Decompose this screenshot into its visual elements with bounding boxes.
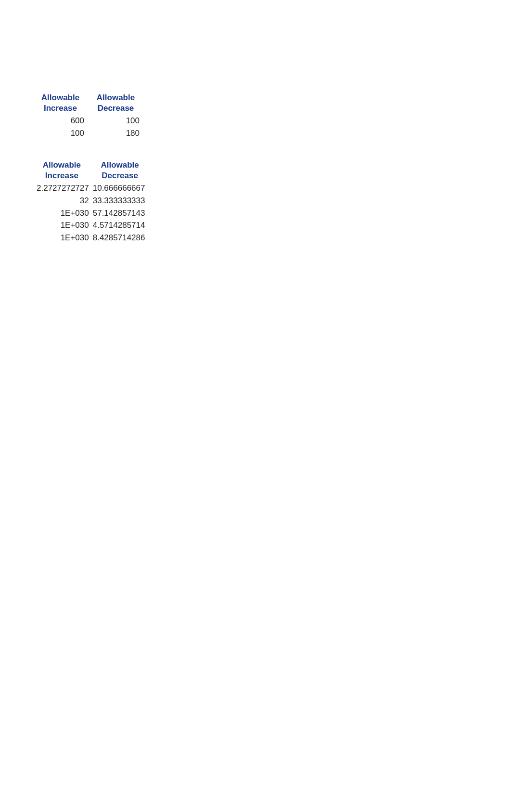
table-row: 2.2727272727 10.666666667 bbox=[33, 182, 149, 195]
table-1: Allowable Increase Allowable Decrease 60… bbox=[33, 92, 149, 140]
header-text: Decrease bbox=[98, 104, 134, 113]
header-text: Increase bbox=[44, 104, 77, 113]
cell-increase: 1E+030 bbox=[33, 219, 91, 232]
table-row: 1E+030 8.4285714286 bbox=[33, 232, 149, 244]
header-text: Allowable bbox=[43, 160, 81, 170]
cell-decrease: 180 bbox=[88, 127, 143, 140]
cell-decrease: 10.666666667 bbox=[91, 182, 149, 195]
table-row: 32 33.333333333 bbox=[33, 195, 149, 207]
table-row: 1E+030 4.5714285714 bbox=[33, 219, 149, 232]
cell-decrease: 4.5714285714 bbox=[91, 219, 149, 232]
header-text: Allowable bbox=[101, 160, 139, 170]
cell-decrease: 33.333333333 bbox=[91, 195, 149, 207]
table-row: 1E+030 57.142857143 bbox=[33, 207, 149, 220]
header-text: Allowable bbox=[97, 93, 135, 102]
header-allowable-decrease: Allowable Decrease bbox=[91, 159, 149, 182]
header-allowable-increase: Allowable Increase bbox=[33, 159, 91, 182]
cell-decrease: 57.142857143 bbox=[91, 207, 149, 220]
header-allowable-increase: Allowable Increase bbox=[33, 92, 88, 115]
cell-increase: 2.2727272727 bbox=[33, 182, 91, 195]
table-row: 100 180 bbox=[33, 127, 143, 140]
header-text: Decrease bbox=[102, 171, 138, 180]
header-text: Increase bbox=[45, 171, 78, 180]
cell-increase: 100 bbox=[33, 127, 88, 140]
table-2: Allowable Increase Allowable Decrease 2.… bbox=[33, 159, 149, 244]
header-allowable-decrease: Allowable Decrease bbox=[88, 92, 143, 115]
header-text: Allowable bbox=[41, 93, 79, 102]
cell-increase: 600 bbox=[33, 115, 88, 127]
cell-decrease: 8.4285714286 bbox=[91, 232, 149, 244]
cell-increase: 32 bbox=[33, 195, 91, 207]
table-row: 600 100 bbox=[33, 115, 143, 127]
cell-increase: 1E+030 bbox=[33, 232, 91, 244]
cell-increase: 1E+030 bbox=[33, 207, 91, 220]
cell-decrease: 100 bbox=[88, 115, 143, 127]
